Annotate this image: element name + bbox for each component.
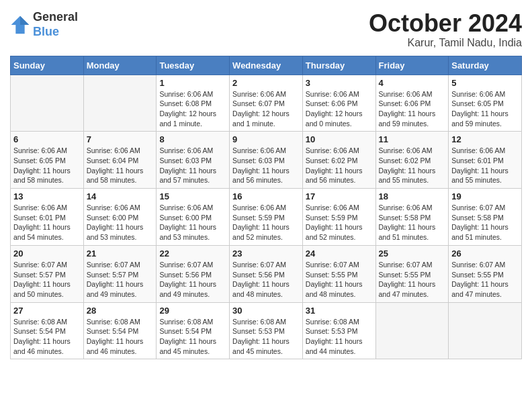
table-row: 31Sunrise: 6:08 AM Sunset: 5:53 PM Dayli…: [302, 302, 375, 359]
day-number: 29: [159, 306, 226, 316]
day-number: 5: [451, 78, 519, 88]
table-row: 21Sunrise: 6:07 AM Sunset: 5:57 PM Dayli…: [83, 245, 157, 302]
day-number: 31: [306, 306, 373, 316]
page-header: General Blue October 2024 Karur, Tamil N…: [10, 10, 522, 49]
day-number: 20: [13, 248, 81, 259]
col-tuesday: Tuesday: [157, 56, 230, 75]
day-info: Sunrise: 6:06 AM Sunset: 6:01 PM Dayligh…: [451, 146, 519, 185]
day-number: 28: [87, 306, 154, 316]
logo-icon: [10, 15, 30, 35]
day-info: Sunrise: 6:07 AM Sunset: 5:57 PM Dayligh…: [87, 260, 154, 300]
day-number: 26: [451, 248, 519, 259]
table-row: [449, 302, 522, 359]
table-row: 14Sunrise: 6:06 AM Sunset: 6:00 PM Dayli…: [83, 189, 157, 246]
table-row: 19Sunrise: 6:07 AM Sunset: 5:58 PM Dayli…: [449, 189, 522, 246]
day-number: 16: [232, 191, 300, 201]
day-number: 10: [306, 134, 373, 144]
day-info: Sunrise: 6:08 AM Sunset: 5:53 PM Dayligh…: [306, 317, 373, 357]
day-info: Sunrise: 6:06 AM Sunset: 6:00 PM Dayligh…: [159, 203, 226, 242]
day-number: 17: [306, 191, 373, 201]
day-info: Sunrise: 6:08 AM Sunset: 5:53 PM Dayligh…: [232, 317, 300, 357]
day-info: Sunrise: 6:06 AM Sunset: 6:05 PM Dayligh…: [13, 146, 81, 185]
day-number: 30: [232, 306, 300, 316]
day-info: Sunrise: 6:06 AM Sunset: 6:03 PM Dayligh…: [159, 146, 226, 185]
day-number: 13: [13, 191, 81, 201]
day-info: Sunrise: 6:06 AM Sunset: 6:03 PM Dayligh…: [232, 146, 300, 185]
table-row: 15Sunrise: 6:06 AM Sunset: 6:00 PM Dayli…: [157, 189, 230, 246]
day-number: 23: [232, 248, 300, 259]
day-number: 12: [451, 134, 519, 144]
day-info: Sunrise: 6:06 AM Sunset: 5:59 PM Dayligh…: [306, 203, 373, 242]
day-info: Sunrise: 6:06 AM Sunset: 6:08 PM Dayligh…: [159, 89, 226, 129]
table-row: 10Sunrise: 6:06 AM Sunset: 6:02 PM Dayli…: [302, 132, 375, 189]
table-row: 24Sunrise: 6:07 AM Sunset: 5:55 PM Dayli…: [302, 245, 375, 302]
logo-blue-text: Blue: [33, 25, 78, 40]
table-row: 23Sunrise: 6:07 AM Sunset: 5:56 PM Dayli…: [230, 245, 303, 302]
table-row: 25Sunrise: 6:07 AM Sunset: 5:55 PM Dayli…: [375, 245, 449, 302]
day-number: 15: [159, 191, 226, 201]
day-number: 4: [379, 78, 446, 88]
day-number: 18: [379, 191, 446, 201]
month-year-title: October 2024: [369, 10, 522, 37]
day-number: 14: [87, 191, 154, 201]
table-row: 27Sunrise: 6:08 AM Sunset: 5:54 PM Dayli…: [11, 302, 84, 359]
day-info: Sunrise: 6:08 AM Sunset: 5:54 PM Dayligh…: [159, 317, 226, 357]
col-friday: Friday: [375, 56, 449, 75]
calendar-week-row: 27Sunrise: 6:08 AM Sunset: 5:54 PM Dayli…: [11, 302, 522, 359]
table-row: 2Sunrise: 6:06 AM Sunset: 6:07 PM Daylig…: [230, 75, 303, 132]
table-row: [11, 75, 84, 132]
location-subtitle: Karur, Tamil Nadu, India: [369, 37, 522, 49]
table-row: 6Sunrise: 6:06 AM Sunset: 6:05 PM Daylig…: [11, 132, 84, 189]
day-info: Sunrise: 6:07 AM Sunset: 5:57 PM Dayligh…: [13, 260, 81, 300]
calendar-week-row: 20Sunrise: 6:07 AM Sunset: 5:57 PM Dayli…: [11, 245, 522, 302]
col-saturday: Saturday: [449, 56, 522, 75]
table-row: 26Sunrise: 6:07 AM Sunset: 5:55 PM Dayli…: [449, 245, 522, 302]
table-row: 17Sunrise: 6:06 AM Sunset: 5:59 PM Dayli…: [302, 189, 375, 246]
day-info: Sunrise: 6:06 AM Sunset: 6:02 PM Dayligh…: [306, 146, 373, 185]
col-monday: Monday: [83, 56, 157, 75]
day-info: Sunrise: 6:06 AM Sunset: 6:05 PM Dayligh…: [451, 89, 519, 129]
table-row: 5Sunrise: 6:06 AM Sunset: 6:05 PM Daylig…: [449, 75, 522, 132]
day-number: 19: [451, 191, 519, 201]
table-row: 7Sunrise: 6:06 AM Sunset: 6:04 PM Daylig…: [83, 132, 157, 189]
day-info: Sunrise: 6:06 AM Sunset: 6:07 PM Dayligh…: [232, 89, 300, 129]
table-row: 12Sunrise: 6:06 AM Sunset: 6:01 PM Dayli…: [449, 132, 522, 189]
day-info: Sunrise: 6:08 AM Sunset: 5:54 PM Dayligh…: [87, 317, 154, 357]
day-info: Sunrise: 6:07 AM Sunset: 5:56 PM Dayligh…: [232, 260, 300, 300]
day-info: Sunrise: 6:08 AM Sunset: 5:54 PM Dayligh…: [13, 317, 81, 357]
day-number: 6: [13, 134, 81, 144]
day-number: 27: [13, 306, 81, 316]
day-number: 9: [232, 134, 300, 144]
table-row: [375, 302, 449, 359]
table-row: [83, 75, 157, 132]
day-number: 8: [159, 134, 226, 144]
table-row: 13Sunrise: 6:06 AM Sunset: 6:01 PM Dayli…: [11, 189, 84, 246]
calendar-body: 1Sunrise: 6:06 AM Sunset: 6:08 PM Daylig…: [11, 75, 522, 359]
day-info: Sunrise: 6:06 AM Sunset: 5:59 PM Dayligh…: [232, 203, 300, 242]
table-row: 20Sunrise: 6:07 AM Sunset: 5:57 PM Dayli…: [11, 245, 84, 302]
calendar-week-row: 6Sunrise: 6:06 AM Sunset: 6:05 PM Daylig…: [11, 132, 522, 189]
day-info: Sunrise: 6:07 AM Sunset: 5:58 PM Dayligh…: [451, 203, 519, 242]
day-number: 22: [159, 248, 226, 259]
table-row: 22Sunrise: 6:07 AM Sunset: 5:56 PM Dayli…: [157, 245, 230, 302]
table-row: 28Sunrise: 6:08 AM Sunset: 5:54 PM Dayli…: [83, 302, 157, 359]
table-row: 16Sunrise: 6:06 AM Sunset: 5:59 PM Dayli…: [230, 189, 303, 246]
table-row: 30Sunrise: 6:08 AM Sunset: 5:53 PM Dayli…: [230, 302, 303, 359]
day-number: 21: [87, 248, 154, 259]
day-number: 7: [87, 134, 154, 144]
day-info: Sunrise: 6:07 AM Sunset: 5:55 PM Dayligh…: [379, 260, 446, 300]
col-wednesday: Wednesday: [230, 56, 303, 75]
title-section: October 2024 Karur, Tamil Nadu, India: [369, 10, 522, 49]
col-thursday: Thursday: [302, 56, 375, 75]
calendar-week-row: 1Sunrise: 6:06 AM Sunset: 6:08 PM Daylig…: [11, 75, 522, 132]
table-row: 9Sunrise: 6:06 AM Sunset: 6:03 PM Daylig…: [230, 132, 303, 189]
col-sunday: Sunday: [11, 56, 84, 75]
day-number: 2: [232, 78, 300, 88]
table-row: 3Sunrise: 6:06 AM Sunset: 6:06 PM Daylig…: [302, 75, 375, 132]
logo: General Blue: [10, 10, 78, 39]
day-info: Sunrise: 6:07 AM Sunset: 5:55 PM Dayligh…: [306, 260, 373, 300]
logo-general-text: General: [33, 10, 78, 25]
day-info: Sunrise: 6:07 AM Sunset: 5:56 PM Dayligh…: [159, 260, 226, 300]
day-info: Sunrise: 6:06 AM Sunset: 6:01 PM Dayligh…: [13, 203, 81, 242]
svg-marker-1: [20, 15, 29, 24]
